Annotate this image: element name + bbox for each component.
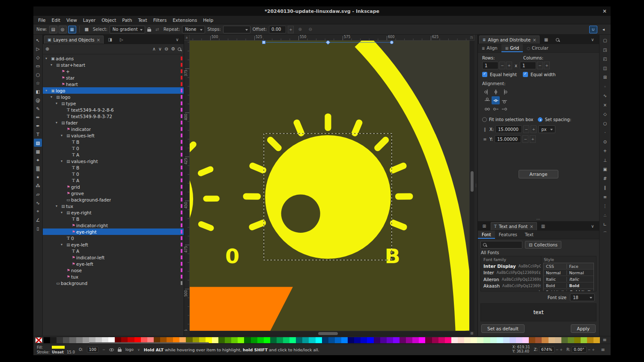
layer-tree-row[interactable]: grove xyxy=(43,190,184,196)
color-swatch[interactable] xyxy=(322,337,328,343)
color-swatch[interactable] xyxy=(270,337,277,343)
dock-resize-handle[interactable]: ⋮ xyxy=(474,35,477,336)
color-swatch[interactable] xyxy=(477,337,483,343)
color-swatch[interactable] xyxy=(328,337,335,343)
layer-tree-row[interactable]: B xyxy=(43,164,184,171)
color-swatch[interactable] xyxy=(354,337,361,343)
color-swatch[interactable] xyxy=(432,337,438,343)
opacity-stepper[interactable]: − xyxy=(102,348,105,352)
canvas[interactable]: 0 B xyxy=(190,41,469,331)
color-swatch[interactable] xyxy=(316,337,322,343)
calligraphy-tool[interactable]: ✒ xyxy=(34,122,42,130)
layer-tree-row[interactable]: A xyxy=(43,177,184,184)
font-family-row[interactable]: Inter Display AaBbCcIiPpQq1236 xyxy=(481,263,541,270)
repeat-select[interactable]: None xyxy=(182,26,205,33)
tab-grid-dialog[interactable]: ⊞ xyxy=(479,222,489,230)
chevron-down-icon[interactable]: ∨ xyxy=(587,36,598,44)
snap-nodes-icon[interactable]: ◦ xyxy=(601,83,609,91)
add-layer-button[interactable]: ⊕ xyxy=(45,46,49,52)
color-swatch[interactable] xyxy=(83,337,89,343)
rectangle-tool[interactable]: ▭ xyxy=(34,62,42,70)
font-subtab[interactable]: Features xyxy=(495,231,521,239)
color-swatch[interactable] xyxy=(76,337,83,343)
layer-tree-row[interactable]: star xyxy=(43,74,184,81)
color-swatch[interactable] xyxy=(425,337,432,343)
menu-item[interactable]: Edit xyxy=(49,17,63,24)
color-swatch[interactable] xyxy=(244,337,250,343)
color-swatch[interactable] xyxy=(535,337,542,343)
snap-cusp-nodes-icon[interactable]: ◇ xyxy=(601,110,609,118)
delete-stop-button[interactable]: ⊖ xyxy=(306,26,314,33)
layer-tree-row[interactable]: fader xyxy=(43,119,184,126)
cms-toggle-icon[interactable]: ▨ xyxy=(469,331,474,336)
columns-minus-button[interactable]: − xyxy=(537,62,543,69)
search-icon[interactable] xyxy=(178,47,181,51)
radial-gradient-button[interactable]: ◎ xyxy=(59,26,67,33)
layer-tree-row[interactable]: text5349-9-8-3-72 xyxy=(43,113,184,119)
paint-bucket-tool[interactable]: ▒ xyxy=(34,164,42,172)
settings-gear-icon[interactable]: ⚙ xyxy=(171,46,175,52)
pencil-tool[interactable]: ✎ xyxy=(34,104,42,113)
layer-tree-row[interactable]: grid xyxy=(43,184,184,190)
color-swatch[interactable] xyxy=(380,337,387,343)
layer-tree-row[interactable]: background xyxy=(43,280,184,286)
fit-selection-radio[interactable] xyxy=(482,117,487,122)
offset-spinbox[interactable]: 0.00 xyxy=(269,26,286,33)
color-swatch[interactable] xyxy=(516,337,522,343)
tab-objects-dialog[interactable]: ◨ xyxy=(105,36,115,44)
close-tab-icon[interactable]: × xyxy=(97,38,100,42)
expander-icon[interactable] xyxy=(45,56,50,60)
expander-icon[interactable] xyxy=(51,95,55,99)
close-window-icon[interactable]: × xyxy=(602,8,607,14)
tab-align-and-distribute[interactable]: ≣ Align and Distribute × xyxy=(479,36,540,44)
font-family-row[interactable]: Akaash AaBbCcIiPpQq12369$€¢?;)( xyxy=(481,283,541,290)
shape-builder-tool[interactable]: ◇ xyxy=(34,53,42,61)
snap-object-centers-icon[interactable]: ⊙ xyxy=(601,138,609,146)
offset-plus-button[interactable]: + xyxy=(288,26,294,33)
expander-icon[interactable] xyxy=(61,134,66,137)
snap-toggle-button[interactable]: ∪ xyxy=(589,26,597,33)
font-subtab[interactable]: Font xyxy=(478,231,495,239)
right-knob-value-label[interactable]: B xyxy=(385,244,400,268)
layer-tree-row[interactable]: B xyxy=(43,139,184,145)
anchor-center-button[interactable] xyxy=(492,96,500,104)
color-swatch[interactable] xyxy=(348,337,354,343)
color-swatch[interactable] xyxy=(574,337,581,343)
font-size-select[interactable]: 18 xyxy=(570,294,595,301)
panel-splitter[interactable]: ⋯ xyxy=(478,217,599,221)
color-swatch[interactable] xyxy=(458,337,464,343)
snap-text-baseline-icon[interactable]: ⊥ xyxy=(601,156,609,164)
vertical-scrollbar[interactable] xyxy=(469,41,474,331)
menu-item[interactable]: Extensions xyxy=(170,17,200,24)
set-spacing-radio[interactable] xyxy=(538,117,543,122)
menu-item[interactable]: Path xyxy=(119,17,135,24)
chevron-down-icon[interactable]: ∨ xyxy=(587,222,598,230)
lock-icon[interactable] xyxy=(147,29,151,32)
color-swatch[interactable] xyxy=(561,337,568,343)
layer-tree-row[interactable]: tux xyxy=(43,273,184,280)
layer-tree-row[interactable]: indicator-right xyxy=(43,222,184,228)
gradient-tool[interactable]: ▧ xyxy=(34,139,42,147)
color-swatch[interactable] xyxy=(277,337,283,343)
horizontal-scrollbar[interactable] xyxy=(190,331,469,336)
color-swatch[interactable] xyxy=(63,337,69,343)
snap-bounding-box-icon[interactable]: ▢ xyxy=(601,36,609,45)
layer-tree-row[interactable]: eye-left xyxy=(43,261,184,267)
move-down-button[interactable]: ∨ xyxy=(158,46,162,52)
snap-alignment-icon[interactable]: ≡ xyxy=(601,193,609,201)
zoom-tool[interactable]: ⌖ xyxy=(34,207,42,215)
x-minus-button[interactable]: − xyxy=(523,125,529,133)
stops-select[interactable] xyxy=(223,26,250,33)
snap-perpendicular-icon[interactable]: ∟ xyxy=(601,220,609,228)
rotation-control[interactable]: R: 0.00° − + xyxy=(566,347,595,353)
menu-item[interactable]: File xyxy=(35,17,49,24)
snap-bbox-centers-icon[interactable]: ⊞ xyxy=(601,73,609,81)
anchor-top-button[interactable] xyxy=(483,96,491,104)
color-swatch[interactable] xyxy=(522,337,529,343)
color-swatch[interactable] xyxy=(529,337,535,343)
color-swatch[interactable] xyxy=(555,337,561,343)
snap-bbox-midpoints-icon[interactable]: ◫ xyxy=(601,64,609,72)
tab-xml-dialog[interactable]: ▷ xyxy=(116,36,127,44)
color-swatch[interactable] xyxy=(393,337,400,343)
spray-tool[interactable]: ⁂ xyxy=(34,181,42,190)
